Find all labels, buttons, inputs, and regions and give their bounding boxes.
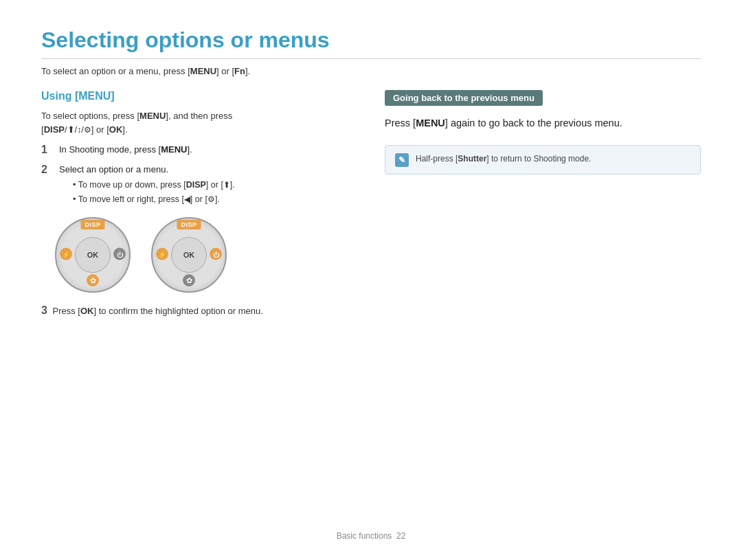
right-section-heading: Going back to the previous menu xyxy=(385,90,543,106)
dial-2-right: ⏻ xyxy=(209,247,223,262)
note-text: Half-press [Shutter] to return to Shooti… xyxy=(416,153,591,165)
steps-list: 1 In Shooting mode, press [MENU]. 2 Sele… xyxy=(41,143,357,208)
intro-text: To select options, press [MENU], and the… xyxy=(41,109,357,136)
dial-2-inner: OK xyxy=(171,237,207,273)
dial-1-right: ⏻ xyxy=(113,247,126,262)
title-divider xyxy=(41,58,701,59)
footer-label: Basic functions xyxy=(337,531,392,541)
note-icon: ✎ xyxy=(395,153,409,167)
svg-text:⚡: ⚡ xyxy=(62,249,71,258)
dial-1-left: ⚡ xyxy=(59,247,73,262)
dial-1-inner: OK xyxy=(75,237,111,273)
page: Selecting options or menus To select an … xyxy=(0,0,742,560)
step-1-num: 1 xyxy=(41,143,56,157)
step-2: 2 Select an option or a menu. To move up… xyxy=(41,163,357,208)
svg-text:⏻: ⏻ xyxy=(117,251,124,258)
step-2-content: Select an option or a menu. To move up o… xyxy=(59,163,235,208)
svg-text:✿: ✿ xyxy=(186,276,192,284)
bullet-1: To move up or down, press [DISP] or [⬆]. xyxy=(73,179,235,192)
dial-2-left: ⚡ xyxy=(155,247,169,262)
svg-text:⏻: ⏻ xyxy=(213,251,220,258)
two-column-layout: Using [MENU] To select options, press [M… xyxy=(41,90,701,330)
step-3: 3 Press [OK] to confirm the highlighted … xyxy=(41,302,357,319)
dial-1-top: DISP xyxy=(80,220,104,229)
step-1-content: In Shooting mode, press [MENU]. xyxy=(59,143,192,157)
dial-row: DISP ⚡ OK ⏻ xyxy=(55,217,357,293)
note-box: ✎ Half-press [Shutter] to return to Shoo… xyxy=(385,145,701,175)
dial-2-top: DISP xyxy=(177,220,201,229)
svg-text:⚡: ⚡ xyxy=(158,249,167,258)
dial-2-bottom: ✿ xyxy=(181,273,197,290)
dial-1-bottom: ✿ xyxy=(85,273,101,290)
left-column: Using [MENU] To select options, press [M… xyxy=(41,90,357,330)
dial-1: DISP ⚡ OK ⏻ xyxy=(55,217,131,293)
right-column: Going back to the previous menu Press [M… xyxy=(385,90,701,330)
footer-page: 22 xyxy=(396,531,405,541)
page-title: Selecting options or menus xyxy=(41,27,701,53)
step-2-num: 2 xyxy=(41,163,56,177)
svg-text:✿: ✿ xyxy=(90,276,96,284)
footer: Basic functions 22 xyxy=(0,531,742,541)
dial-2: DISP ⚡ OK ⏻ xyxy=(151,217,227,293)
bullet-list: To move up or down, press [DISP] or [⬆].… xyxy=(73,179,235,206)
bullet-2: To move left or right, press [◀] or [⚙]. xyxy=(73,193,235,206)
menu-back-text: Press [MENU] again to go back to the pre… xyxy=(385,115,701,131)
step-1: 1 In Shooting mode, press [MENU]. xyxy=(41,143,357,157)
page-subtitle: To select an option or a menu, press [ME… xyxy=(41,66,701,76)
left-section-heading: Using [MENU] xyxy=(41,90,357,102)
